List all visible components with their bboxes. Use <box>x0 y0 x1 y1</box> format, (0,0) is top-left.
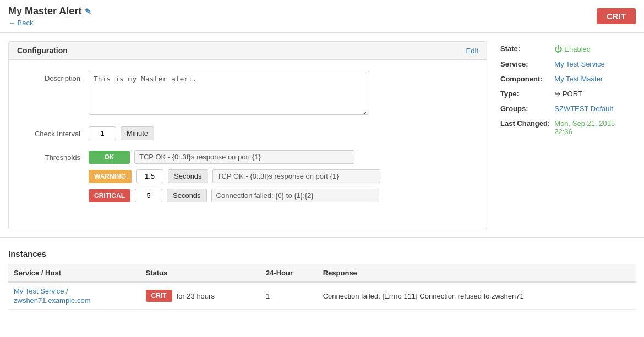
col-service-host: Service / Host <box>8 264 140 283</box>
config-card: Configuration Edit Description This is m… <box>8 41 487 229</box>
col-response: Response <box>318 264 636 283</box>
thresholds-value: OK WARNING Seconds CRITICAL <box>89 150 478 208</box>
type-text: PORT <box>563 90 582 98</box>
last-changed-value: Mon, Sep 21, 2015 22:36 <box>552 116 636 139</box>
page-header: My Master Alert ✎ ← Back CRIT <box>0 0 644 33</box>
state-row: State: ⏻ Enabled <box>498 41 636 57</box>
description-value: This is my Master alert. <box>89 71 478 117</box>
title-edit-icon[interactable]: ✎ <box>85 7 91 16</box>
instances-table-head: Service / Host Status 24-Hour Response <box>8 264 636 283</box>
instances-table-body: My Test Service / zwshen71.example.com C… <box>8 282 636 310</box>
config-header: Configuration Edit <box>9 42 487 60</box>
right-panel: State: ⏻ Enabled Service: My Test Servic… <box>487 41 636 229</box>
crit-status-badge: CRIT <box>146 290 172 302</box>
service-value: My Test Service <box>552 57 636 71</box>
status-cell: CRIT for 23 hours <box>140 282 260 310</box>
ok-desc-input[interactable] <box>134 150 354 164</box>
enabled-indicator: ⏻ Enabled <box>554 45 634 53</box>
page-title: My Master Alert ✎ <box>8 5 91 17</box>
threshold-critical-row: CRITICAL Seconds <box>89 189 478 202</box>
config-body: Description This is my Master alert. Che… <box>9 60 487 229</box>
warning-desc-input[interactable] <box>212 169 380 183</box>
interval-unit: Minute <box>121 126 154 140</box>
service-host-cell: My Test Service / zwshen71.example.com <box>8 282 140 310</box>
left-panel: Configuration Edit Description This is m… <box>8 41 487 229</box>
critical-badge: CRITICAL <box>89 189 130 202</box>
instances-table: Service / Host Status 24-Hour Response M… <box>8 264 636 310</box>
for-text: for 23 hours <box>177 292 215 300</box>
type-row: Type: ↪ PORT <box>498 86 636 101</box>
back-link[interactable]: ← Back <box>8 19 91 27</box>
hours24-cell: 1 <box>260 282 318 310</box>
critical-value-input[interactable] <box>135 189 162 202</box>
col-24hour: 24-Hour <box>260 264 318 283</box>
header-left: My Master Alert ✎ ← Back <box>8 5 91 27</box>
type-icon: ↪ <box>554 90 560 98</box>
service-row: Service: My Test Service <box>498 57 636 71</box>
instances-header-row: Service / Host Status 24-Hour Response <box>8 264 636 283</box>
thresholds-label: Thresholds <box>17 150 89 162</box>
threshold-warning-row: WARNING Seconds <box>89 169 478 183</box>
groups-label: Groups: <box>498 101 552 116</box>
main-content: Configuration Edit Description This is m… <box>0 33 644 237</box>
critical-unit: Seconds <box>167 189 207 202</box>
crit-badge: CRIT <box>597 8 636 24</box>
instances-title: Instances <box>8 244 636 258</box>
power-icon: ⏻ <box>554 45 562 53</box>
groups-row: Groups: SZWTEST Default <box>498 101 636 116</box>
host-link[interactable]: zwshen71.example.com <box>14 296 135 305</box>
warning-value-input[interactable] <box>136 169 163 183</box>
component-row: Component: My Test Master <box>498 71 636 86</box>
check-interval-value: Minute <box>89 126 478 140</box>
type-label: Type: <box>498 86 552 101</box>
service-label: Service: <box>498 57 552 71</box>
threshold-ok-row: OK <box>89 150 478 164</box>
info-table: State: ⏻ Enabled Service: My Test Servic… <box>498 41 636 139</box>
col-status: Status <box>140 264 260 283</box>
section-divider <box>0 237 644 238</box>
description-label: Description <box>17 71 89 82</box>
thresholds-row: Thresholds OK WARNING Seconds <box>17 150 478 208</box>
description-textarea[interactable]: This is my Master alert. <box>89 71 369 115</box>
description-row: Description This is my Master alert. <box>17 71 478 117</box>
response-cell: Connection failed: [Errno 111] Connectio… <box>318 282 636 310</box>
ok-badge: OK <box>89 151 130 164</box>
component-label: Component: <box>498 71 552 86</box>
last-changed-row: Last Changed: Mon, Sep 21, 2015 22:36 <box>498 116 636 139</box>
state-text: Enabled <box>564 45 591 53</box>
title-text: My Master Alert <box>8 5 81 17</box>
check-interval-row: Check Interval Minute <box>17 126 478 140</box>
config-title: Configuration <box>17 46 68 55</box>
instances-section: Instances Service / Host Status 24-Hour … <box>0 244 644 318</box>
warning-badge: WARNING <box>89 170 132 183</box>
critical-desc-input[interactable] <box>211 189 379 202</box>
state-label: State: <box>498 41 552 57</box>
groups-value: SZWTEST Default <box>552 101 636 116</box>
check-interval-label: Check Interval <box>17 126 89 138</box>
status-cell-container: CRIT for 23 hours <box>146 290 255 302</box>
component-value: My Test Master <box>552 71 636 86</box>
type-value: ↪ PORT <box>552 86 636 101</box>
warning-unit: Seconds <box>168 169 208 183</box>
interval-input[interactable] <box>89 126 116 140</box>
last-changed-label: Last Changed: <box>498 116 552 139</box>
service-name-link[interactable]: My Test Service / <box>14 287 68 295</box>
table-row: My Test Service / zwshen71.example.com C… <box>8 282 636 310</box>
config-edit-link[interactable]: Edit <box>466 47 478 55</box>
state-value: ⏻ Enabled <box>552 41 636 57</box>
